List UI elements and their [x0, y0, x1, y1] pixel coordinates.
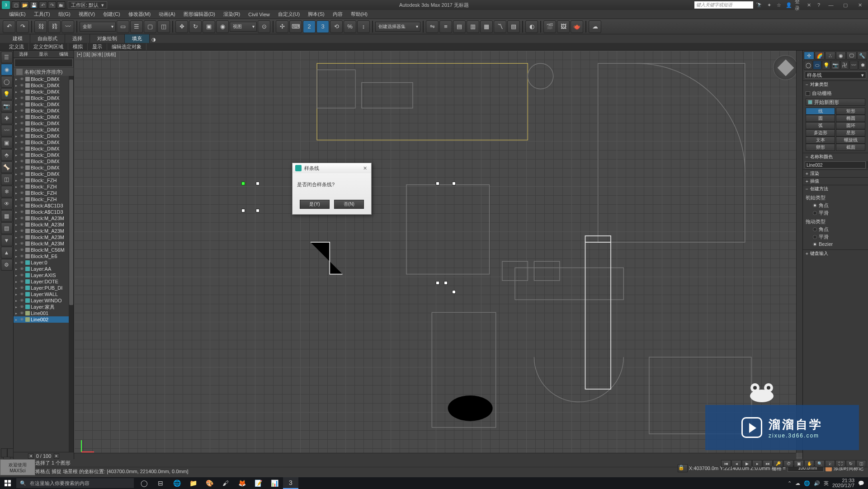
spinner-snap-button[interactable]: ↕	[357, 20, 370, 33]
se-misc2-icon[interactable]: ▤	[1, 222, 13, 234]
start-button[interactable]	[0, 477, 15, 489]
cp-sub-geometry-icon[interactable]: ◯	[804, 61, 812, 70]
user-icon[interactable]: 👤	[785, 1, 793, 9]
infocenter-binoculars-icon[interactable]: 🔭	[755, 1, 763, 9]
ribsub-display[interactable]: 显示	[88, 43, 107, 50]
cp-sub-helpers-icon[interactable]: 卍	[840, 61, 849, 70]
qat-undo-icon[interactable]: ↶	[39, 1, 47, 9]
roll-kbd-header[interactable]: 键盘输入	[803, 250, 868, 257]
cp-tab-create-icon[interactable]: ✢	[804, 52, 814, 60]
se-shapes-icon[interactable]: ◯	[1, 76, 13, 88]
window-close-button[interactable]: ✕	[854, 1, 866, 9]
se-config-icon[interactable]: ⚙	[1, 259, 13, 271]
notifications-icon[interactable]: 💬	[858, 480, 864, 486]
cp-tab-display-icon[interactable]: 🖵	[846, 52, 857, 60]
use-center-button[interactable]: ⊙	[258, 20, 270, 33]
menu-civilview[interactable]: Civil View	[245, 10, 273, 19]
scale-button[interactable]: ▣	[203, 20, 215, 33]
menu-create[interactable]: 创建(C)	[99, 10, 123, 19]
se-misc1-icon[interactable]: ▦	[1, 210, 13, 222]
undo-button[interactable]: ↶	[3, 20, 15, 33]
newshape-checkbox[interactable]: 开始新图形	[814, 99, 839, 105]
se-item[interactable]: ▸👁Block:_DIMX	[14, 101, 74, 108]
layer-button[interactable]: ▤	[453, 20, 466, 33]
shape-text-button[interactable]: 文本	[806, 136, 835, 144]
se-geometry-icon[interactable]: ◉	[1, 64, 13, 75]
se-item[interactable]: ▸👁Layer:PUB_DI	[14, 285, 74, 291]
key-mode-icon[interactable]: 🔑	[773, 460, 783, 467]
viewport-label[interactable]: [+] [顶] [标准] [线框]	[77, 52, 116, 58]
se-item[interactable]: ▸👁Block:_FZH	[14, 196, 74, 202]
ribbon-tab-freeform[interactable]: 自由形式	[30, 34, 65, 43]
roll-render-header[interactable]: 渲染	[803, 170, 868, 177]
tray-chevron-icon[interactable]: ⌃	[788, 480, 792, 486]
mirror-button[interactable]: ⇋	[426, 20, 439, 33]
se-item[interactable]: ▸👁Block:_DIMX	[14, 152, 74, 158]
rotate-button[interactable]: ↻	[189, 20, 202, 33]
help-icon[interactable]: ?	[815, 1, 823, 9]
se-item[interactable]: ▸👁Layer:0	[14, 259, 74, 266]
tray-onedrive-icon[interactable]: ☁	[795, 480, 800, 486]
se-item[interactable]: ▸👁Block:_DIMX	[14, 127, 74, 133]
se-item[interactable]: ▸👁Block:M_C56M	[14, 247, 74, 253]
object-name-input[interactable]	[805, 161, 866, 169]
se-item[interactable]: ▸👁Block:M_E6	[14, 253, 74, 259]
cp-category-dropdown[interactable]: 样条线▾	[805, 71, 866, 79]
task-view-icon[interactable]: ◯	[137, 477, 152, 489]
qat-new-icon[interactable]: ▢	[12, 1, 20, 9]
schematic-view-button[interactable]: ▧	[507, 20, 520, 33]
se-item[interactable]: ▸👁Block:A$C1D3	[14, 202, 74, 209]
se-item[interactable]: ▸👁Block:_DIMX	[14, 76, 74, 82]
refcoordsys-dropdown[interactable]: 视图	[230, 22, 257, 32]
ribbon-minimize-icon[interactable]: ◑	[150, 36, 158, 43]
workspace-dropdown[interactable]: 工作区: 默认 ▾	[68, 1, 107, 9]
menu-customize[interactable]: 自定义(U)	[274, 10, 303, 19]
viewport[interactable]: [+] [顶] [标准] [线框]	[74, 51, 802, 459]
se-item[interactable]: ▸👁Block:M_A23M	[14, 240, 74, 247]
shape-helix-button[interactable]: 螺旋线	[836, 136, 865, 144]
se-groups-icon[interactable]: ▣	[1, 137, 13, 149]
se-item[interactable]: ▸👁Line002	[14, 316, 74, 323]
se-item[interactable]: ▸👁Block:_DIMX	[14, 120, 74, 127]
favorite-icon[interactable]: ☆	[775, 1, 783, 9]
mini-prev-icon[interactable]	[1, 448, 7, 457]
fov-icon[interactable]: ⟀	[825, 460, 835, 467]
app4-icon[interactable]: 📊	[267, 477, 282, 489]
qat-project-icon[interactable]: 🖿	[57, 1, 65, 9]
play-icon[interactable]: ▶	[742, 460, 752, 467]
roll-create-header[interactable]: 创建方法	[803, 185, 868, 193]
goto-end-icon[interactable]: ⏭	[763, 460, 773, 467]
viewcube[interactable]	[773, 55, 798, 80]
init-smooth-radio[interactable]: 平滑	[813, 210, 865, 216]
cp-tab-motion-icon[interactable]: ◉	[836, 52, 846, 60]
se-page-next-icon[interactable]: ▸	[54, 453, 59, 459]
ribbon-tab-modeling[interactable]: 建模	[5, 34, 30, 43]
tray-volume-icon[interactable]: 🔊	[814, 480, 820, 486]
se-lights-icon[interactable]: 💡	[1, 88, 13, 100]
ribbon-tab-populate[interactable]: 填充	[125, 34, 150, 43]
se-item[interactable]: ▸👁Layer:AA	[14, 266, 74, 272]
se-item[interactable]: ▸👁Block:_DIMX	[14, 165, 74, 171]
percent-snap-button[interactable]: %	[344, 20, 356, 33]
se-item[interactable]: ▸👁Block:_DIMX	[14, 82, 74, 89]
unlink-button[interactable]: ⛓̸	[48, 20, 61, 33]
shape-donut-button[interactable]: 圆环	[836, 122, 865, 129]
login-label[interactable]: 登录	[795, 1, 803, 9]
se-item[interactable]: ▸👁Block:_DIMX	[14, 133, 74, 139]
render-frame-button[interactable]: 🖼	[557, 20, 570, 33]
dialog-no-button[interactable]: 否(N)	[334, 200, 364, 209]
se-item[interactable]: ▸👁Layer:WINDO	[14, 297, 74, 304]
se-scrollbar[interactable]	[69, 76, 74, 452]
se-collapse-icon[interactable]: ▲	[1, 247, 13, 259]
window-maximize-button[interactable]: ▢	[839, 1, 852, 9]
se-xrefs-icon[interactable]: ⬘	[1, 149, 13, 161]
se-item[interactable]: ▸👁Block:_FZH	[14, 177, 74, 183]
menu-views[interactable]: 视图(V)	[75, 10, 99, 19]
edge-icon[interactable]: 🌐	[169, 477, 184, 489]
se-bone-icon[interactable]: 🦴	[1, 161, 13, 173]
goto-start-icon[interactable]: ⏮	[721, 460, 731, 467]
cp-sub-spacewarps-icon[interactable]: 〰	[849, 61, 858, 70]
prev-frame-icon[interactable]: ◂	[731, 460, 741, 467]
se-item[interactable]: ▸👁Block:_DIMX	[14, 158, 74, 165]
lock-selection-icon[interactable]: 🔒	[678, 464, 688, 472]
